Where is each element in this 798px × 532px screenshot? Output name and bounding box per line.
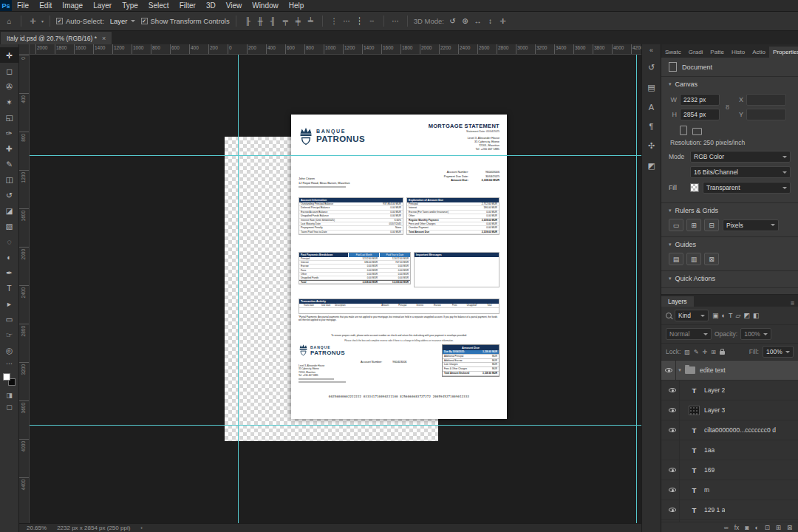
roll-3d-icon[interactable]: ⊕ [460, 17, 471, 25]
crop-tool[interactable]: ◱ [0, 109, 19, 125]
home-icon[interactable]: ⌂ [4, 17, 15, 25]
panel-tab[interactable]: Histo [728, 47, 748, 58]
clear-guides-icon[interactable]: ⊠ [704, 253, 719, 265]
layer-visibility-toggle[interactable] [665, 460, 680, 480]
layers-tab[interactable]: Layers [661, 296, 694, 307]
layer-thumbnail[interactable] [689, 386, 700, 395]
lock-position-icon[interactable]: ✛ [703, 349, 708, 355]
menu-item[interactable]: Help [284, 1, 310, 10]
color-mode-dropdown[interactable]: RGB Color [690, 151, 791, 163]
slide-3d-icon[interactable]: ↕ [485, 17, 496, 25]
distribute-horizontal-icon[interactable]: ⋯ [341, 17, 352, 25]
layer-row[interactable]: 1aa [661, 440, 798, 460]
blur-tool[interactable]: ◌ [0, 233, 19, 249]
layer-visibility-toggle[interactable] [661, 361, 676, 380]
auto-select-checkbox[interactable]: ✓ [56, 18, 63, 24]
align-vertical-centers-icon[interactable]: ╪ [293, 17, 304, 25]
panel-tab[interactable]: Actio [748, 47, 769, 58]
panel-tab[interactable]: Properties [769, 47, 798, 58]
menu-item[interactable]: Filter [174, 1, 201, 10]
section-chevron-icon[interactable]: ▾ [669, 276, 672, 282]
layer-visibility-toggle[interactable] [665, 400, 680, 420]
document-tab[interactable]: Italy id.psd @ 20.7% (RGB/16) * × [1, 32, 112, 44]
quick-mask-icon[interactable]: ◨ [0, 389, 19, 401]
history-panel-icon[interactable]: ↺ [648, 63, 655, 72]
lock-transparent-icon[interactable]: ▨ [684, 349, 690, 355]
menu-item[interactable]: Layer [88, 1, 117, 10]
layer-thumbnail[interactable] [685, 366, 695, 374]
link-layers-icon[interactable]: ∞ [724, 524, 729, 531]
expand-panels-button[interactable]: « [649, 47, 653, 54]
menu-item[interactable]: View [221, 1, 248, 10]
layer-effects-icon[interactable]: fx [734, 524, 740, 531]
lock-artboard-icon[interactable]: ⊞ [711, 349, 716, 355]
guide-vertical[interactable] [636, 55, 637, 523]
menu-item[interactable]: Edit [34, 1, 57, 10]
align-horizontal-centers-icon[interactable]: ╫ [255, 17, 266, 25]
align-bottom-edges-icon[interactable]: ╧ [305, 17, 316, 25]
layer-thumbnail[interactable] [689, 466, 700, 475]
blend-mode-dropdown[interactable]: Normal [666, 328, 712, 340]
glyphs-panel-icon[interactable]: ✣ [648, 141, 655, 151]
portrait-orientation-icon[interactable] [680, 126, 687, 135]
zoom-tool[interactable]: ◎ [0, 342, 19, 358]
move-tool-preset-icon[interactable]: ✛ [27, 17, 38, 25]
distribute-spacing-h-icon[interactable]: ┄ [366, 17, 378, 25]
ruler-corner[interactable] [19, 44, 30, 55]
height-field[interactable]: 2854 px [680, 109, 720, 120]
filter-shape-layers-icon[interactable]: ▱ [734, 312, 741, 319]
layer-thumbnail[interactable] [689, 485, 700, 495]
orbit-3d-icon[interactable]: ↺ [447, 17, 458, 25]
layer-row[interactable]: edite text [661, 361, 798, 381]
distribute-spacing-v-icon[interactable]: ┆ [354, 17, 365, 25]
section-chevron-icon[interactable]: ▾ [669, 208, 672, 214]
align-right-edges-icon[interactable]: ╢ [267, 17, 279, 25]
layer-thumbnail[interactable] [689, 406, 700, 415]
layer-visibility-toggle[interactable] [665, 500, 680, 519]
mortgage-statement-document[interactable]: BANQUE PATRONUS MORTGAGE STATEMENT State… [291, 115, 507, 419]
edit-toolbar-icon[interactable]: ⋯ [0, 358, 19, 369]
gradient-tool[interactable]: ▧ [0, 218, 19, 233]
layer-row[interactable]: 129 1 a [661, 500, 798, 520]
filter-smart-objects-icon[interactable]: ◩ [743, 312, 751, 319]
panel-tab[interactable]: Gradi [685, 47, 707, 58]
menu-item[interactable]: 3D [201, 1, 221, 10]
section-chevron-icon[interactable]: ▾ [669, 242, 672, 248]
clone-stamp-tool[interactable]: ◫ [0, 171, 19, 187]
screen-mode-icon[interactable]: ▢ [0, 401, 19, 413]
distribute-vertical-icon[interactable]: ⋮ [329, 17, 340, 25]
bit-depth-dropdown[interactable]: 16 Bits/Channel [690, 166, 791, 178]
panel-tab[interactable]: Patte [706, 47, 728, 58]
link-dimensions-icon[interactable]: 8 [723, 103, 732, 111]
panel-tab[interactable]: Swatc [661, 47, 685, 58]
history-brush-tool[interactable]: ↺ [0, 187, 19, 202]
new-layer-icon[interactable]: ⊞ [776, 524, 781, 531]
layer-row[interactable]: Layer 2 [661, 381, 798, 400]
width-field[interactable]: 2232 px [680, 94, 720, 106]
layer-thumbnail[interactable] [689, 505, 700, 515]
foreground-color-swatch[interactable] [3, 373, 10, 381]
align-top-edges-icon[interactable]: ╤ [280, 17, 291, 25]
hand-tool[interactable]: ☞ [0, 327, 19, 342]
grid-toggle-icon[interactable]: ⊞ [686, 219, 701, 231]
ruler-toggle-icon[interactable]: ▭ [669, 219, 683, 231]
show-transform-checkbox[interactable]: ✓ [141, 18, 148, 24]
color-swatches[interactable] [3, 373, 16, 386]
more-options-icon[interactable]: ⋯ [390, 17, 401, 25]
filter-kind-dropdown[interactable]: Kind [675, 310, 709, 321]
layer-mask-icon[interactable]: ◙ [745, 524, 748, 531]
canvas[interactable]: BANQUE PATRONUS MORTGAGE STATEMENT State… [30, 55, 641, 523]
lock-guides-icon[interactable]: ▥ [686, 253, 701, 265]
eraser-tool[interactable]: ◪ [0, 202, 19, 218]
auto-select-dropdown[interactable]: Layer [107, 16, 138, 26]
menu-item[interactable]: Type [117, 1, 143, 10]
layer-visibility-toggle[interactable] [665, 480, 680, 499]
group-expand-chevron[interactable] [676, 367, 683, 373]
layer-row[interactable]: cilta0000000...ccccccc0 d [661, 420, 798, 440]
status-chevron-icon[interactable]: › [140, 525, 143, 531]
layer-row[interactable]: Layer 3 [661, 400, 798, 420]
vertical-ruler[interactable]: 0400800120016002000240028003200360040004… [19, 55, 30, 523]
adjustments-panel-icon[interactable]: ◩ [647, 161, 655, 171]
fill-dropdown[interactable]: 100% [763, 346, 794, 358]
layer-thumbnail[interactable] [689, 446, 700, 455]
